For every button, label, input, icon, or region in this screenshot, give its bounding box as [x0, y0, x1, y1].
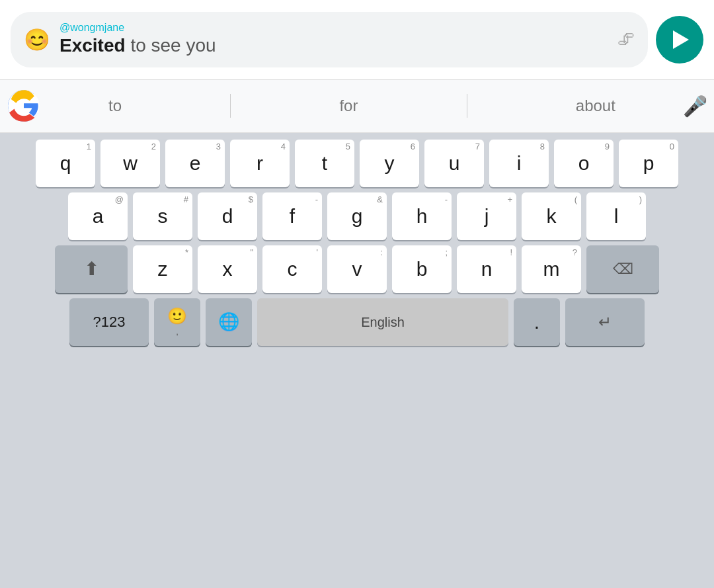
emoji-icon[interactable]: 😊 [24, 29, 50, 50]
key-h[interactable]: -h [392, 192, 452, 240]
key-t[interactable]: 5t [295, 140, 354, 187]
emoji-keyboard-key[interactable]: 🙂 , [154, 298, 200, 346]
key-s[interactable]: #s [133, 192, 192, 240]
input-bar: 😊 @wongmjane Excited to see you 🖇 [0, 0, 714, 80]
input-text-area: @wongmjane Excited to see you [60, 21, 608, 58]
keyboard-row-1: 1q 2w 3e 4r 5t 6y 7u 8i 9o 0p [4, 140, 710, 187]
key-b[interactable]: ;b [392, 245, 452, 293]
keyboard-row-4: ?123 🙂 , 🌐 English . ↵ [4, 298, 710, 346]
globe-key[interactable]: 🌐 [206, 298, 252, 346]
space-label: English [361, 315, 405, 329]
key-k[interactable]: (k [522, 192, 581, 240]
key-d[interactable]: $d [198, 192, 257, 240]
key-e[interactable]: 3e [165, 140, 225, 187]
suggestion-for[interactable]: for [326, 90, 371, 122]
period-key[interactable]: . [514, 298, 560, 346]
numbers-key[interactable]: ?123 [69, 298, 149, 346]
key-x[interactable]: "x [198, 245, 257, 293]
key-f[interactable]: -f [262, 192, 322, 240]
key-p[interactable]: 0p [619, 140, 678, 187]
attachment-icon[interactable]: 🖇 [617, 29, 635, 50]
space-key[interactable]: English [257, 298, 508, 346]
message-input-container[interactable]: 😊 @wongmjane Excited to see you 🖇 [11, 12, 648, 67]
keyboard-row-2: @a #s $d -f &g -h +j (k )l [4, 192, 710, 240]
key-m[interactable]: ?m [522, 245, 581, 293]
enter-key[interactable]: ↵ [565, 298, 645, 346]
enter-icon: ↵ [598, 313, 612, 331]
key-v[interactable]: :v [327, 245, 387, 293]
suggestion-divider-2 [467, 94, 467, 118]
suggestion-divider-1 [230, 94, 231, 118]
key-n[interactable]: !n [457, 245, 516, 293]
key-y[interactable]: 6y [360, 140, 419, 187]
key-l[interactable]: )l [586, 192, 646, 240]
key-i[interactable]: 8i [489, 140, 549, 187]
username-label: @wongmjane [60, 21, 608, 34]
microphone-icon[interactable]: 🎤 [683, 95, 707, 118]
key-g[interactable]: &g [327, 192, 387, 240]
key-a[interactable]: @a [68, 192, 128, 240]
suggestions-list: to for about [48, 90, 676, 122]
emoji-keyboard-icon: 🙂 [167, 307, 187, 325]
backspace-key[interactable]: ⌫ [586, 245, 659, 293]
shift-icon: ⬆ [84, 258, 99, 280]
input-text-bold: Excited [60, 35, 126, 56]
input-text[interactable]: Excited to see you [60, 34, 608, 58]
key-r[interactable]: 4r [230, 140, 290, 187]
suggestion-to[interactable]: to [95, 90, 135, 122]
suggestion-about[interactable]: about [563, 90, 629, 122]
key-o[interactable]: 9o [554, 140, 614, 187]
key-c[interactable]: 'c [262, 245, 322, 293]
suggestions-bar: to for about 🎤 [0, 80, 714, 133]
google-logo [7, 89, 41, 123]
key-u[interactable]: 7u [424, 140, 484, 187]
key-z[interactable]: *z [133, 245, 192, 293]
period-label: . [534, 312, 539, 332]
globe-icon: 🌐 [218, 312, 239, 332]
shift-key[interactable]: ⬆ [55, 245, 128, 293]
numbers-label: ?123 [93, 315, 126, 329]
send-button[interactable] [656, 16, 703, 63]
backspace-icon: ⌫ [613, 261, 633, 278]
send-arrow-icon [673, 30, 689, 49]
keyboard: 1q 2w 3e 4r 5t 6y 7u 8i 9o 0p @a #s $d -… [0, 133, 714, 588]
keyboard-row-3: ⬆ *z "x 'c :v ;b !n ?m ⌫ [4, 245, 710, 293]
input-text-normal: to see you [126, 35, 216, 56]
key-w[interactable]: 2w [100, 140, 160, 187]
key-q[interactable]: 1q [36, 140, 95, 187]
key-j[interactable]: +j [457, 192, 516, 240]
